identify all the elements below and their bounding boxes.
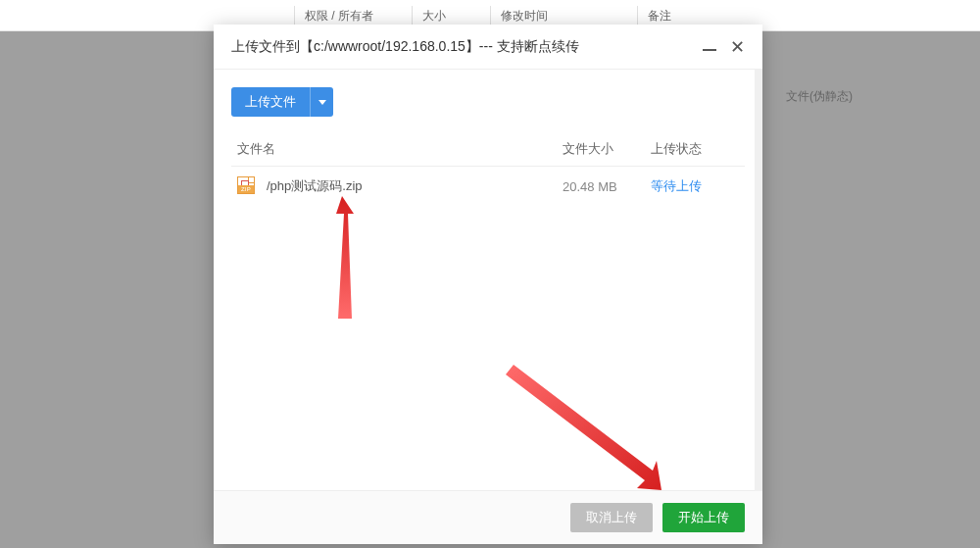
bg-col-note: 备注	[637, 6, 735, 25]
modal-body: 上传文件 文件名 文件大小 上传状态 ZIP /php测试源码.zip	[214, 70, 762, 490]
header-filename: 文件名	[237, 140, 563, 158]
modal-footer: 取消上传 开始上传	[214, 490, 762, 544]
upload-button-group: 上传文件	[231, 87, 745, 117]
bg-col-perms: 权限 / 所有者	[294, 6, 412, 25]
chevron-down-icon	[318, 100, 326, 105]
bg-col-size: 大小	[412, 6, 490, 25]
modal-title: 上传文件到【c:/wwwroot/192.168.0.15】--- 支持断点续传	[231, 38, 579, 56]
scrollbar[interactable]	[755, 70, 762, 491]
status-link[interactable]: 等待上传	[651, 178, 702, 193]
minimize-icon[interactable]	[703, 49, 716, 51]
upload-modal: 上传文件到【c:/wwwroot/192.168.0.15】--- 支持断点续传…	[214, 25, 762, 544]
start-upload-button[interactable]: 开始上传	[662, 503, 745, 532]
modal-header: 上传文件到【c:/wwwroot/192.168.0.15】--- 支持断点续传…	[214, 25, 762, 70]
file-row: ZIP /php测试源码.zip 20.48 MB 等待上传	[231, 167, 745, 206]
zip-file-icon: ZIP	[237, 176, 257, 196]
cancel-upload-button[interactable]: 取消上传	[570, 503, 653, 532]
bg-col-mtime: 修改时间	[490, 6, 637, 25]
window-controls: ✕	[703, 38, 745, 56]
file-table-header: 文件名 文件大小 上传状态	[231, 132, 745, 167]
file-name-cell: ZIP /php测试源码.zip	[237, 176, 563, 196]
header-filesize: 文件大小	[563, 140, 651, 158]
file-name: /php测试源码.zip	[267, 177, 363, 195]
upload-dropdown-button[interactable]	[310, 87, 333, 117]
file-status: 等待上传	[651, 177, 739, 195]
file-size: 20.48 MB	[563, 179, 651, 194]
header-status: 上传状态	[651, 140, 739, 158]
close-icon[interactable]: ✕	[730, 38, 745, 56]
bg-note-text: 文件(伪静态)	[786, 88, 853, 105]
select-file-button[interactable]: 上传文件	[231, 87, 310, 117]
